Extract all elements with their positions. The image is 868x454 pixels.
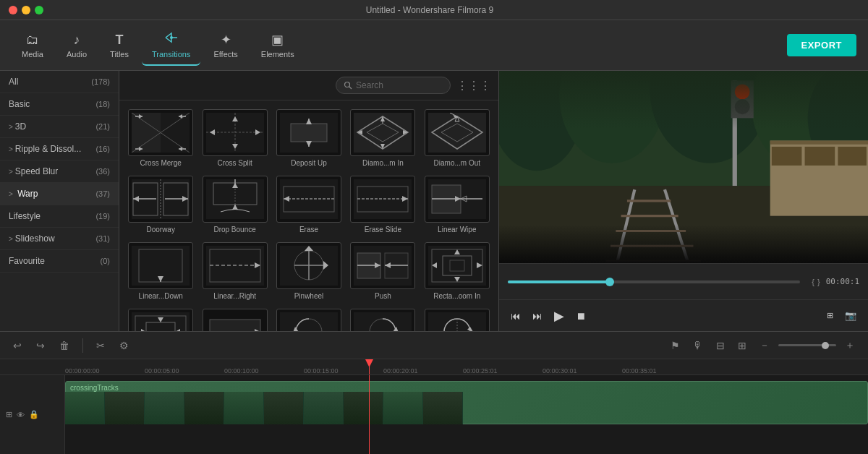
crop-button[interactable]: ⊞ [733, 338, 751, 354]
transition-diamond-in[interactable]: Diamo...m In [347, 106, 418, 170]
window-controls[interactable] [9, 6, 43, 14]
toolbar-elements[interactable]: ▣ Elements [251, 26, 305, 64]
elements-icon: ▣ [271, 32, 284, 48]
search-bar: ⋮⋮⋮ [119, 71, 498, 100]
maximize-button[interactable] [35, 6, 43, 14]
transitions-grid: Cross Merge [119, 100, 498, 331]
transition-rect-zoom-in[interactable]: Recta...oom In [422, 239, 493, 303]
track-content: crossingTracks [65, 375, 868, 454]
transition-roll-right-top[interactable]: Roll Right Top [422, 306, 493, 331]
skip-back-button[interactable]: ⏮ [508, 307, 524, 325]
transition-cross-merge[interactable]: Cross Merge [125, 106, 196, 170]
transition-cross-split[interactable]: Cross Split [199, 106, 270, 170]
transition-cross-split-label: Cross Split [217, 159, 252, 167]
toolbar-media[interactable]: 🗂 Media [12, 27, 54, 64]
sidebar-item-warp[interactable]: > Warp (37) [0, 183, 119, 205]
video-preview [499, 71, 868, 263]
transition-linear-wipe-label: Linear Wipe [438, 226, 476, 234]
sidebar-item-lifestyle[interactable]: Lifestyle (19) [0, 205, 119, 228]
ruler-mark-2: 00:00:10:00 [224, 367, 304, 374]
sidebar-speedblur-count: (36) [95, 167, 110, 176]
sidebar-favourite-count: (0) [101, 257, 110, 265]
video-controls: { } 00:00:1 [499, 263, 868, 299]
search-input[interactable] [356, 80, 443, 90]
transition-diamond-out-label: Diamo...m Out [434, 159, 480, 167]
transition-linear-right[interactable]: Linear...Right [199, 239, 270, 303]
transition-erase-slide[interactable]: Erase Slide [347, 173, 418, 236]
sidebar-item-all[interactable]: All (178) [0, 71, 119, 93]
transition-push[interactable]: Push [347, 239, 418, 303]
cut-button[interactable]: ✂ [92, 338, 109, 354]
left-panel: All (178) Basic (18) >3D (21) >Ripple & … [0, 71, 499, 331]
transition-doorway[interactable]: Doorway [125, 173, 196, 236]
audio-icon: ♪ [74, 33, 80, 48]
zoom-out-button[interactable]: － [755, 337, 774, 354]
transition-roll[interactable]: Roll [199, 306, 270, 331]
sidebar-item-ripple[interactable]: >Ripple & Dissol... (16) [0, 138, 119, 160]
minimize-button[interactable] [22, 6, 30, 14]
main-content: All (178) Basic (18) >3D (21) >Ripple & … [0, 71, 868, 331]
toolbar-transitions[interactable]: Transitions [142, 25, 200, 66]
settings-button[interactable]: ⚙ [115, 338, 133, 354]
transition-diamond-in-label: Diamo...m In [362, 159, 404, 167]
timeline-area: ↩ ↪ 🗑 ✂ ⚙ ⚑ 🎙 ⊟ ⊞ － ＋ 00:00:00:00 00:00:… [0, 331, 868, 454]
clip-frame-7 [304, 392, 344, 424]
transition-pinwheel[interactable]: Pinwheel [273, 239, 344, 303]
toolbar-audio[interactable]: ♪ Audio [56, 27, 97, 64]
transition-linear-down[interactable]: Linear...Down [125, 239, 196, 303]
redo-button[interactable]: ↪ [32, 338, 49, 354]
transition-linear-wipe[interactable]: Linear Wipe [422, 173, 493, 236]
undo-button[interactable]: ↩ [9, 338, 26, 354]
snapshot-button[interactable]: 📷 [842, 307, 859, 324]
main-toolbar: 🗂 Media ♪ Audio T Titles Transitions ✦ E… [0, 20, 868, 71]
zoom-slider[interactable] [778, 344, 836, 346]
transition-roll-clockwise[interactable]: Roll Clockwise [347, 306, 418, 331]
transition-roll-anticlockwise[interactable]: Roll A...ckwise [273, 306, 344, 331]
step-back-button[interactable]: ⏭ [529, 307, 545, 325]
sidebar-item-speedblur[interactable]: >Speed Blur (36) [0, 160, 119, 183]
lock-icon: 🔒 [29, 410, 39, 419]
fit-screen-button[interactable]: ⊞ [824, 308, 836, 323]
transition-rect-zoom-in-label: Recta...oom In [433, 292, 480, 300]
search-box[interactable] [336, 77, 451, 94]
sidebar-item-favourite[interactable]: Favourite (0) [0, 250, 119, 273]
export-button[interactable]: EXPORT [787, 34, 856, 56]
delete-button[interactable]: 🗑 [55, 338, 74, 354]
progress-handle[interactable] [605, 278, 614, 286]
toolbar-effects[interactable]: ✦ Effects [203, 26, 247, 64]
transition-deposit-up[interactable]: Deposit Up [273, 106, 344, 170]
sidebar-item-3d[interactable]: >3D (21) [0, 116, 119, 138]
stop-button[interactable]: ⏹ [573, 307, 589, 325]
mic-button[interactable]: 🎙 [689, 338, 707, 354]
marker-button[interactable]: ⚑ [666, 338, 684, 354]
playhead-line-track [369, 375, 370, 454]
transition-erase-label: Erase [299, 226, 318, 234]
progress-bar[interactable] [508, 280, 800, 283]
sidebar-ripple-count: (16) [95, 145, 110, 153]
toolbar-transitions-label: Transitions [152, 50, 190, 59]
transition-drop-bounce[interactable]: Drop Bounce [199, 173, 270, 236]
transition-cross-merge-label: Cross Merge [140, 159, 182, 167]
video-clip[interactable]: crossingTracks [65, 381, 868, 424]
transition-diamond-out[interactable]: Diamo...m Out [422, 106, 493, 170]
play-button[interactable]: ▶ [551, 305, 567, 327]
sidebar-basic-count: (18) [95, 100, 110, 108]
sidebar-item-basic[interactable]: Basic (18) [0, 93, 119, 116]
sidebar-3d-count: (21) [95, 122, 110, 131]
ruler-mark-5: 00:00:25:01 [463, 367, 542, 374]
toolbar-titles[interactable]: T Titles [100, 27, 139, 64]
sidebar-basic-label: Basic [9, 99, 30, 109]
clip-frame-3 [145, 392, 184, 424]
transition-drop-bounce-label: Drop Bounce [213, 226, 255, 234]
split-button[interactable]: ⊟ [712, 338, 729, 354]
toolbar-media-label: Media [22, 50, 43, 59]
close-button[interactable] [9, 6, 17, 14]
sidebar-item-slideshow[interactable]: >Slideshow (31) [0, 228, 119, 250]
sidebar-warp-count: (37) [95, 189, 110, 198]
clip-frame-6 [264, 392, 304, 424]
grid-view-button[interactable]: ⋮⋮⋮ [456, 79, 491, 93]
transition-erase[interactable]: Erase [273, 173, 344, 236]
transitions-panel: ⋮⋮⋮ [119, 71, 498, 331]
zoom-in-button[interactable]: ＋ [841, 337, 859, 354]
transition-rect-zoom-out[interactable]: Recta...m Out [125, 306, 196, 331]
